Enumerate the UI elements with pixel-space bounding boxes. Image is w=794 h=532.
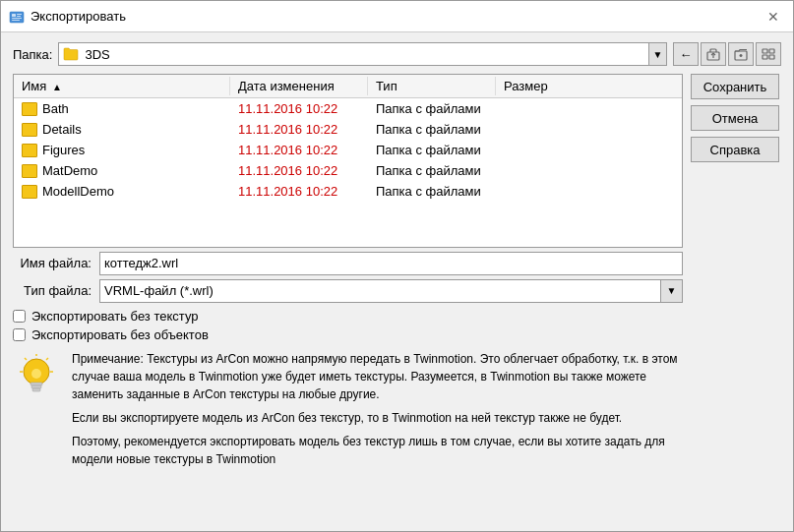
checkbox-no-texture-label: Экспортировать без текстур <box>31 309 198 324</box>
titlebar-left: Экспортировать <box>9 9 126 25</box>
save-button[interactable]: Сохранить <box>691 74 779 99</box>
table-row[interactable]: Figures 11.11.2016 10:22 Папка с файлами <box>14 140 682 160</box>
svg-rect-0 <box>10 12 24 23</box>
dialog-icon <box>9 9 25 25</box>
file-date-cell: 11.11.2016 10:22 <box>230 120 368 139</box>
cancel-button[interactable]: Отмена <box>691 105 779 131</box>
filetype-select-wrap: VRML-файл (*.wrl) ▼ <box>99 279 683 303</box>
checkbox-no-texture: Экспортировать без текстур <box>13 309 683 324</box>
table-row[interactable]: Bath 11.11.2016 10:22 Папка с файлами <box>14 98 682 119</box>
file-type-cell: Папка с файлами <box>368 141 496 159</box>
folder-label: Папка: <box>13 47 52 62</box>
note-paragraph-1: Примечание: Текстуры из ArCon можно напр… <box>72 350 683 403</box>
svg-point-24 <box>31 369 41 379</box>
filename-input[interactable] <box>99 252 683 275</box>
file-date-cell: 11.11.2016 10:22 <box>230 141 368 159</box>
left-area: Имя ▲ Дата изменения Тип Размер <box>13 74 683 521</box>
file-name-cell: MatDemo <box>14 161 230 180</box>
svg-rect-3 <box>17 16 21 17</box>
current-folder: 3DS <box>85 47 109 62</box>
header-name[interactable]: Имя ▲ <box>14 77 230 95</box>
help-button[interactable]: Справка <box>691 137 779 162</box>
filetype-row: Тип файла: VRML-файл (*.wrl) ▼ <box>13 279 683 303</box>
folder-small-icon <box>22 164 37 178</box>
note-section: Примечание: Текстуры из ArCon можно напр… <box>13 350 683 522</box>
header-size[interactable]: Размер <box>496 77 575 95</box>
filename-row: Имя файла: <box>13 252 683 275</box>
filename-label: Имя файла: <box>13 256 92 270</box>
checkbox-no-objects-input[interactable] <box>13 328 26 341</box>
folder-select[interactable]: 3DS <box>58 42 649 66</box>
file-rows-container: Bath 11.11.2016 10:22 Папка с файлами De… <box>14 98 682 202</box>
bulb-icon <box>13 350 60 397</box>
folder-small-icon <box>22 123 37 137</box>
file-list[interactable]: Имя ▲ Дата изменения Тип Размер <box>13 74 683 248</box>
table-row[interactable]: ModellDemo 11.11.2016 10:22 Папка с файл… <box>14 181 682 202</box>
note-paragraph-2: Если вы экспортируете модель из ArCon бе… <box>72 409 683 427</box>
file-size-cell <box>496 120 575 139</box>
view-icon <box>762 47 775 61</box>
export-dialog: Экспортировать ✕ Папка: 3DS ▼ ← <box>0 0 794 532</box>
file-type-cell: Папка с файлами <box>368 161 496 180</box>
file-size-cell <box>496 182 575 201</box>
svg-rect-2 <box>17 14 22 15</box>
svg-line-22 <box>46 358 48 360</box>
svg-rect-14 <box>769 55 774 59</box>
back-button[interactable]: ← <box>673 42 699 66</box>
header-date[interactable]: Дата изменения <box>230 77 368 95</box>
file-date-cell: 11.11.2016 10:22 <box>230 161 368 180</box>
close-button[interactable]: ✕ <box>762 7 785 27</box>
folder-icon <box>63 47 79 61</box>
folder-small-icon <box>22 102 37 116</box>
note-text: Примечание: Текстуры из ArCon можно напр… <box>72 350 683 522</box>
file-size-cell <box>496 99 575 118</box>
svg-rect-5 <box>12 20 20 21</box>
new-folder-button[interactable] <box>728 42 754 66</box>
folder-bar: Папка: 3DS ▼ ← <box>13 42 781 66</box>
svg-rect-1 <box>12 14 16 17</box>
nav-buttons: ← <box>673 42 781 66</box>
folder-small-icon <box>22 144 37 157</box>
file-size-cell <box>496 141 575 159</box>
file-list-header: Имя ▲ Дата изменения Тип Размер <box>14 75 682 98</box>
folder-dropdown-button[interactable]: ▼ <box>649 42 667 66</box>
main-area: Имя ▲ Дата изменения Тип Размер <box>13 74 781 521</box>
checkbox-no-objects-label: Экспортировать без объектов <box>31 327 209 342</box>
svg-line-23 <box>25 358 27 360</box>
folder-select-wrap: 3DS ▼ <box>58 42 667 66</box>
view-button[interactable] <box>756 42 781 66</box>
right-buttons-area: Сохранить Отмена Справка <box>683 74 781 521</box>
svg-rect-11 <box>763 49 767 53</box>
file-name-cell: Details <box>14 120 230 139</box>
checkboxes: Экспортировать без текстур Экспортироват… <box>13 309 683 342</box>
svg-rect-18 <box>32 388 40 391</box>
table-row[interactable]: Details 11.11.2016 10:22 Папка с файлами <box>14 119 682 140</box>
header-type[interactable]: Тип <box>368 77 496 95</box>
file-name-cell: Bath <box>14 99 230 118</box>
folder-small-icon <box>22 185 37 199</box>
svg-rect-4 <box>12 18 22 19</box>
file-name-cell: ModellDemo <box>14 182 230 201</box>
checkbox-no-texture-input[interactable] <box>13 310 26 323</box>
file-name-cell: Figures <box>14 141 230 159</box>
svg-rect-13 <box>763 55 767 59</box>
bottom-fields: Имя файла: Тип файла: VRML-файл (*.wrl) … <box>13 252 683 303</box>
file-type-cell: Папка с файлами <box>368 120 496 139</box>
up-button[interactable] <box>701 42 726 66</box>
file-type-cell: Папка с файлами <box>368 182 496 201</box>
filetype-select[interactable]: VRML-файл (*.wrl) <box>99 279 661 303</box>
file-date-cell: 11.11.2016 10:22 <box>230 182 368 201</box>
note-paragraph-3: Поэтому, рекомендуется экспортировать мо… <box>72 433 683 468</box>
svg-rect-16 <box>31 383 42 385</box>
titlebar: Экспортировать ✕ <box>1 1 793 32</box>
svg-rect-17 <box>31 385 41 388</box>
dialog-title: Экспортировать <box>31 9 126 24</box>
filetype-dropdown-arrow[interactable]: ▼ <box>661 279 683 303</box>
filetype-label: Тип файла: <box>13 283 92 298</box>
table-row[interactable]: MatDemo 11.11.2016 10:22 Папка с файлами <box>14 160 682 181</box>
file-size-cell <box>496 161 575 180</box>
up-folder-icon <box>706 47 720 61</box>
checkbox-no-objects: Экспортировать без объектов <box>13 327 683 342</box>
file-type-cell: Папка с файлами <box>368 99 496 118</box>
svg-rect-12 <box>769 49 774 53</box>
